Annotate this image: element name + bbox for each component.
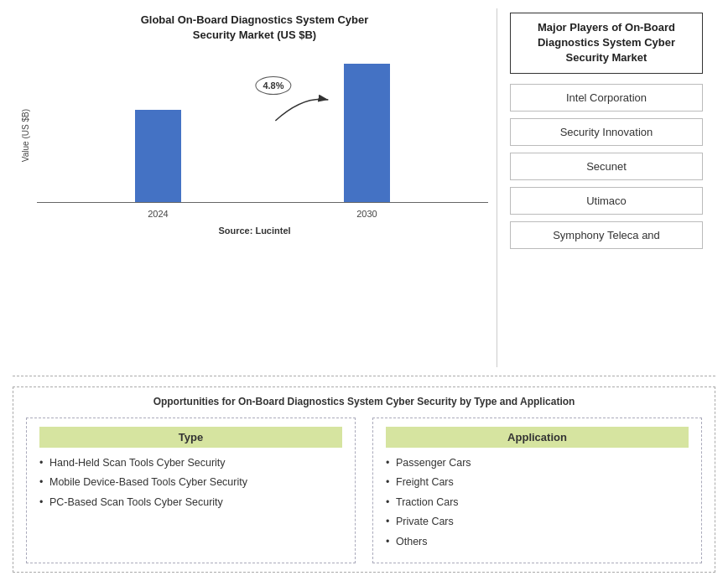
- bar-label-2024: 2024: [148, 209, 168, 219]
- y-axis-label: Value (US $B): [21, 109, 30, 162]
- app-item-1: Passenger Cars: [386, 456, 689, 471]
- bar-2024: [135, 110, 181, 202]
- application-column: Application Passenger Cars Freight Cars …: [372, 418, 702, 564]
- player-item-2: Security Innovation: [510, 118, 703, 146]
- players-title: Major Players of On-BoardDiagnostics Sys…: [510, 13, 703, 74]
- app-item-3: Traction Cars: [386, 495, 689, 511]
- main-container: Global On-Board Diagnostics System Cyber…: [0, 0, 728, 581]
- player-item-1: Intel Corporation: [510, 84, 703, 112]
- type-item-2: Mobile Device-Based Tools Cyber Security: [39, 475, 342, 490]
- bars-container: 4.8%: [37, 51, 488, 202]
- application-header: Application: [386, 427, 689, 448]
- application-items: Passenger Cars Freight Cars Traction Car…: [386, 456, 689, 550]
- app-item-4: Private Cars: [386, 515, 689, 530]
- app-item-5: Others: [386, 535, 689, 550]
- bars-section: 4.8%: [37, 51, 488, 219]
- chart-title: Global On-Board Diagnostics System Cyber…: [141, 13, 369, 43]
- type-column: Type Hand-Held Scan Tools Cyber Security…: [26, 418, 356, 564]
- bar-label-2030: 2030: [356, 209, 377, 219]
- bar-2030: [344, 64, 390, 202]
- bottom-section: Opportunities for On-Board Diagnostics S…: [13, 386, 715, 573]
- player-item-3: Secunet: [510, 153, 703, 180]
- bottom-columns: Type Hand-Held Scan Tools Cyber Security…: [26, 418, 702, 564]
- annotation: 4.8%: [255, 76, 291, 95]
- chart-wrapper: Value (US $B) 4.8%: [21, 51, 488, 219]
- app-item-2: Freight Cars: [386, 475, 689, 490]
- annotation-arrow: [273, 91, 332, 125]
- chart-area: Global On-Board Diagnostics System Cyber…: [13, 8, 497, 367]
- player-item-4: Utimaco: [510, 187, 703, 215]
- type-header: Type: [39, 427, 342, 448]
- player-item-5: Symphony Teleca and: [510, 221, 703, 249]
- type-item-1: Hand-Held Scan Tools Cyber Security: [39, 456, 342, 471]
- x-labels: 2024 2030: [37, 203, 488, 219]
- top-section: Global On-Board Diagnostics System Cyber…: [13, 8, 715, 376]
- bar-group-2030: [344, 64, 390, 202]
- source-text: Source: Lucintel: [218, 226, 290, 236]
- bar-group-2024: [135, 110, 181, 202]
- bottom-title: Opportunities for On-Board Diagnostics S…: [26, 396, 702, 407]
- players-panel: Major Players of On-BoardDiagnostics Sys…: [497, 8, 715, 367]
- type-items: Hand-Held Scan Tools Cyber Security Mobi…: [39, 456, 342, 511]
- type-item-3: PC-Based Scan Tools Cyber Security: [39, 495, 342, 511]
